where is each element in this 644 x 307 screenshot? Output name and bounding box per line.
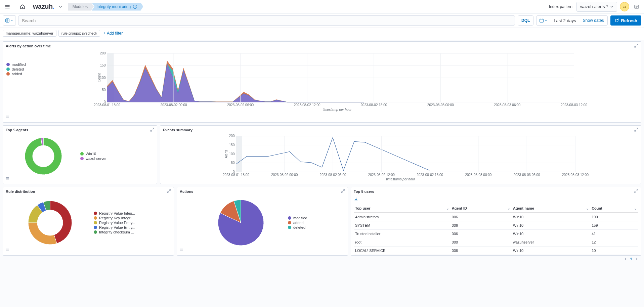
chart-legend: Win10 wazuhserver — [80, 151, 154, 161]
pager-next[interactable] — [635, 257, 638, 260]
legend-item[interactable]: added — [288, 221, 344, 225]
table-cell: 006 — [450, 213, 512, 221]
filter-chip[interactable]: manager.name: wazuhserver — [3, 30, 56, 37]
svg-text:50: 50 — [231, 161, 235, 165]
legend-label: Registry Value Entry... — [99, 221, 135, 225]
svg-text:2023-08-02 18:00: 2023-08-02 18:00 — [360, 103, 387, 107]
table-header[interactable]: Top user⌄ — [354, 204, 450, 213]
svg-text:2023-08-03 06:00: 2023-08-03 06:00 — [514, 173, 540, 177]
avatar[interactable]: a — [620, 2, 629, 11]
logo-dot: . — [53, 3, 54, 10]
chevron-down-icon[interactable] — [57, 2, 64, 11]
svg-text:100: 100 — [229, 152, 235, 156]
chart-rule-distribution — [6, 196, 94, 250]
legend-item[interactable]: Registry Value Entry... — [94, 221, 170, 225]
legend-item[interactable]: modified — [288, 216, 344, 220]
index-pattern-select[interactable]: wazuh-alerts-* — [576, 2, 617, 12]
swatch — [94, 226, 97, 229]
table-cell: 006 — [450, 230, 512, 238]
swatch — [6, 68, 10, 71]
table-row[interactable]: TrustedInstaller006Win1041 — [354, 230, 638, 238]
table-cell: Win10 — [512, 230, 590, 238]
table-cell: 000 — [450, 238, 512, 247]
search-input[interactable] — [18, 15, 515, 26]
dashboard: Alerts by action over time modified dele… — [0, 40, 644, 260]
legend-item[interactable]: Registry Key Integri... — [94, 216, 170, 220]
table-cell: Win10 — [512, 247, 590, 255]
legend-item[interactable]: added — [6, 72, 37, 76]
table-header[interactable]: Agent name⌄ — [512, 204, 590, 213]
show-dates-link[interactable]: Show dates — [579, 18, 607, 23]
date-range-picker[interactable]: Last 2 days Show dates — [536, 15, 607, 26]
info-icon[interactable]: i — [133, 5, 137, 9]
svg-text:2023-08-02 00:00: 2023-08-02 00:00 — [161, 103, 187, 107]
svg-text:2023-08-02 18:00: 2023-08-02 18:00 — [417, 173, 443, 177]
chart-actions — [180, 196, 288, 250]
legend-item[interactable]: modified — [6, 62, 37, 67]
table-cell: Win10 — [512, 213, 590, 221]
expand-icon[interactable] — [167, 189, 171, 194]
logo[interactable]: wazuh. — [33, 3, 54, 10]
panel-actions: Actions modified added deleted — [177, 187, 348, 256]
legend-item[interactable]: Win10 — [80, 152, 154, 156]
svg-text:200: 200 — [100, 52, 106, 55]
table-cell: 159 — [590, 221, 638, 230]
expand-icon[interactable] — [150, 128, 154, 132]
divider — [15, 3, 15, 11]
menu-icon[interactable] — [3, 2, 12, 11]
legend-item[interactable]: Registry Value Entry... — [94, 225, 170, 229]
logo-text: wazuh — [33, 3, 53, 10]
table-cell: LOCAL\ SERVICE — [354, 247, 450, 255]
filter-chip[interactable]: rule.groups: syscheck — [58, 30, 100, 37]
svg-text:2023-08-03 00:00: 2023-08-03 00:00 — [465, 173, 491, 177]
date-range-value: Last 2 days — [550, 18, 579, 23]
pager-prev[interactable] — [624, 257, 627, 260]
svg-text:2023-08-03 12:00: 2023-08-03 12:00 — [562, 173, 589, 177]
table-row[interactable]: LOCAL\ SERVICE006Win1010 — [354, 247, 638, 255]
breadcrumb-current-label: Integrity monitoring — [96, 4, 131, 9]
panel-options-icon[interactable] — [5, 248, 10, 253]
news-icon[interactable] — [632, 2, 641, 11]
swatch — [94, 221, 97, 224]
legend-item[interactable]: deleted — [6, 67, 37, 71]
legend-label: Integrity checksum ... — [99, 230, 134, 234]
panel-options-icon[interactable] — [179, 248, 184, 253]
expand-icon[interactable] — [341, 189, 345, 194]
calendar-icon[interactable] — [536, 16, 550, 25]
pager: 1 — [351, 255, 641, 260]
chart-legend: Registry Value Integ... Registry Key Int… — [94, 211, 170, 235]
swatch — [80, 157, 84, 160]
legend-label: Registry Key Integri... — [99, 216, 134, 220]
table-cell: 006 — [450, 247, 512, 255]
home-icon[interactable] — [18, 2, 27, 11]
table-row[interactable]: Administrators006Win10190 — [354, 213, 638, 221]
table-row[interactable]: root000wazuhserver12 — [354, 238, 638, 247]
legend-item[interactable]: Registry Value Integ... — [94, 211, 170, 215]
table-header[interactable]: Count⌄ — [590, 204, 638, 213]
legend-item[interactable]: wazuhserver — [80, 157, 154, 161]
refresh-button[interactable]: Refresh — [610, 15, 641, 26]
table-row[interactable]: SYSTEM006Win10159 — [354, 221, 638, 230]
dql-toggle[interactable]: DQL — [518, 15, 533, 26]
table-header[interactable]: Agent ID⌄ — [450, 204, 512, 213]
pager-current[interactable]: 1 — [630, 257, 632, 260]
panel-options-icon[interactable] — [5, 115, 10, 120]
export-icon[interactable] — [351, 196, 641, 204]
legend-item[interactable]: deleted — [288, 225, 344, 229]
expand-icon[interactable] — [634, 44, 638, 48]
legend-label: added — [12, 72, 22, 76]
table-cell: wazuhserver — [512, 238, 590, 247]
swatch — [288, 226, 291, 229]
legend-item[interactable]: Integrity checksum ... — [94, 230, 170, 234]
panel-options-icon[interactable] — [5, 176, 10, 182]
saved-query-button[interactable] — [3, 15, 15, 26]
table-cell: TrustedInstaller — [354, 230, 450, 238]
add-filter-link[interactable]: + Add filter — [103, 31, 123, 36]
swatch — [288, 216, 291, 220]
svg-text:2023-08-02 06:00: 2023-08-02 06:00 — [320, 173, 346, 177]
expand-icon[interactable] — [634, 128, 638, 132]
breadcrumb-modules[interactable]: Modules — [68, 3, 94, 11]
expand-icon[interactable] — [634, 189, 638, 194]
breadcrumb-current[interactable]: Integrity monitoring i — [92, 3, 143, 11]
legend-label: Win10 — [86, 152, 96, 156]
